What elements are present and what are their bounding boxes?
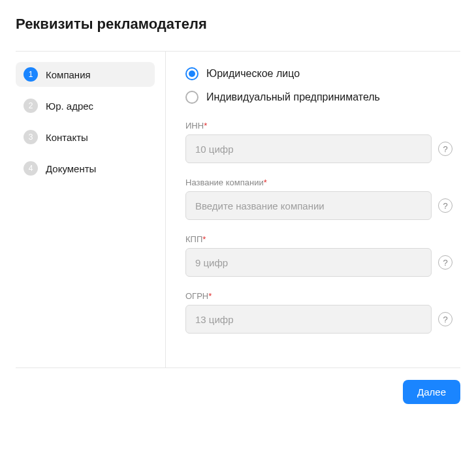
radio-label: Индивидуальный предприниматель: [206, 91, 380, 103]
step-documents[interactable]: 4 Документы: [16, 156, 155, 181]
field-label: ОГРН*: [185, 291, 452, 301]
inn-input[interactable]: [185, 134, 432, 163]
step-badge: 1: [24, 67, 38, 82]
kpp-input[interactable]: [185, 248, 432, 277]
step-label: Юр. адрес: [46, 101, 93, 112]
field-kpp: КПП* ?: [185, 234, 452, 277]
step-label: Контакты: [46, 132, 88, 143]
radio-icon: [185, 91, 198, 104]
field-inn: ИНН* ?: [185, 121, 452, 163]
entity-type-radio-group: Юридическое лицо Индивидуальный предприн…: [185, 67, 452, 104]
company-name-input[interactable]: [185, 191, 432, 220]
sidebar: 1 Компания 2 Юр. адрес 3 Контакты 4 Доку…: [16, 52, 166, 367]
required-mark: *: [202, 234, 206, 244]
radio-legal-entity[interactable]: Юридическое лицо: [185, 67, 452, 80]
radio-icon: [185, 67, 198, 80]
ogrn-input[interactable]: [185, 305, 432, 334]
page-title: Реквизиты рекламодателя: [16, 16, 460, 33]
help-icon[interactable]: ?: [438, 142, 452, 156]
required-mark: *: [208, 291, 212, 301]
step-badge: 2: [24, 99, 38, 113]
field-label: Название компании*: [185, 178, 452, 187]
required-mark: *: [204, 121, 207, 131]
field-company-name: Название компании* ?: [185, 178, 452, 220]
footer: Далее: [0, 368, 476, 420]
form-content: Юридическое лицо Индивидуальный предприн…: [166, 52, 460, 367]
step-badge: 4: [24, 161, 38, 176]
main-wrap: 1 Компания 2 Юр. адрес 3 Контакты 4 Доку…: [16, 51, 460, 368]
required-mark: *: [264, 178, 267, 187]
step-legal-address[interactable]: 2 Юр. адрес: [16, 93, 155, 118]
field-label: КПП*: [185, 234, 452, 244]
step-label: Компания: [46, 69, 91, 80]
step-badge: 3: [24, 130, 38, 144]
field-label: ИНН*: [185, 121, 452, 131]
radio-label: Юридическое лицо: [206, 68, 300, 80]
step-label: Документы: [46, 163, 96, 174]
radio-individual-entrepreneur[interactable]: Индивидуальный предприниматель: [185, 91, 452, 104]
field-ogrn: ОГРН* ?: [185, 291, 452, 334]
help-icon[interactable]: ?: [438, 255, 452, 270]
step-company[interactable]: 1 Компания: [16, 62, 155, 87]
next-button[interactable]: Далее: [403, 380, 460, 404]
help-icon[interactable]: ?: [438, 198, 452, 213]
help-icon[interactable]: ?: [438, 312, 452, 326]
step-contacts[interactable]: 3 Контакты: [16, 125, 155, 149]
